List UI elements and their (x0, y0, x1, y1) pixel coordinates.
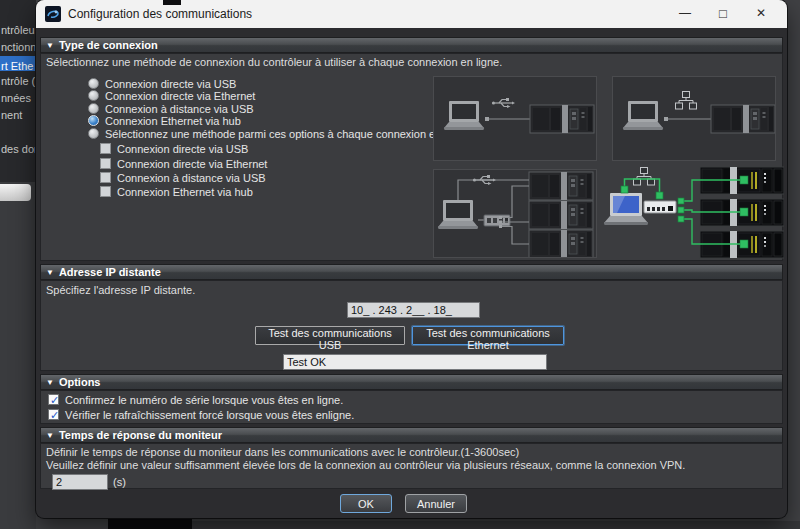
diagram-direct-usb (433, 76, 597, 161)
cancel-button[interactable]: Annuler (405, 494, 467, 513)
background-tab (163, 0, 181, 5)
plc-icon (530, 105, 594, 133)
minimize-icon: — (679, 6, 691, 20)
radio-label: Sélectionnez une méthode parmi ces optio… (105, 128, 471, 140)
background-scroll-handle (0, 184, 31, 201)
radio-icon (88, 115, 99, 126)
radio-icon (88, 103, 99, 114)
section-header-connection-type[interactable]: ▼Type de connexion (40, 37, 783, 53)
section-header-options[interactable]: ▼Options (40, 374, 783, 390)
checkbox-icon (100, 158, 111, 169)
collapse-arrow-icon: ▼ (46, 266, 54, 280)
monitor-response-input[interactable] (52, 474, 108, 490)
section-title: Type de connexion (59, 39, 158, 51)
radio-select-per-connection[interactable]: Sélectionnez une méthode parmi ces optio… (88, 127, 471, 140)
radio-direct-ethernet[interactable]: Connexion directe via Ethernet (88, 89, 255, 102)
plc-icon (529, 172, 593, 200)
radio-icon (88, 90, 99, 101)
switch-icon (644, 201, 676, 213)
section-title: Options (59, 376, 101, 388)
checkbox-label: Connexion directe via Ethernet (117, 158, 267, 170)
diagram-direct-ethernet (612, 76, 776, 161)
maximize-icon: □ (719, 6, 727, 21)
dialog-titlebar: Configuration des communications — □ ✕ (36, 0, 787, 28)
communications-setup-dialog: Configuration des communications — □ ✕ ▼… (36, 0, 787, 518)
checkbox-label: Confirmez le numéro de série lorsque vou… (65, 394, 343, 406)
radio-icon (88, 78, 99, 89)
diagram-ethernet-hub-active (600, 165, 784, 260)
close-button[interactable]: ✕ (743, 0, 779, 27)
checkbox-icon (100, 186, 111, 197)
test-result-field[interactable] (283, 354, 547, 370)
checkbox-direct-usb[interactable]: Connexion directe via USB (100, 142, 248, 155)
collapse-arrow-icon: ▼ (46, 376, 54, 390)
dialog-title: Configuration des communications (68, 7, 252, 21)
checkbox-direct-ethernet[interactable]: Connexion directe via Ethernet (100, 157, 267, 170)
app-icon (45, 6, 61, 22)
checkbox-ethernet-hub[interactable]: Connexion Ethernet via hub (100, 185, 253, 198)
background-app-panel: ntrôleu nctionn rt Ethe ntrôle ( nnées n… (0, 0, 36, 529)
hub-icon (484, 215, 510, 226)
test-ethernet-button[interactable]: Test des communications Ethernet (412, 326, 564, 345)
close-icon: ✕ (756, 6, 766, 20)
usb-icon (473, 175, 496, 185)
radio-label: Connexion à distance via USB (105, 103, 254, 115)
section-title: Temps de réponse du moniteur (59, 429, 222, 441)
connector-node (678, 207, 684, 213)
checkbox-icon (100, 172, 111, 183)
connector-node (678, 198, 684, 204)
checkbox-label: Connexion Ethernet via hub (117, 186, 253, 198)
checkbox-confirm-serial[interactable]: Confirmez le numéro de série lorsque vou… (48, 393, 343, 406)
monitor-response-line1: Définir le temps de réponse du moniteur … (46, 446, 519, 458)
connection-line (458, 180, 529, 200)
screen: ntrôleu nctionn rt Ethe ntrôle ( nnées n… (0, 0, 800, 529)
radio-icon (88, 128, 99, 139)
collapse-arrow-icon: ▼ (46, 429, 54, 443)
plc-icon (711, 105, 775, 133)
collapse-arrow-icon: ▼ (46, 39, 54, 53)
tree-item[interactable]: nctionn (1, 41, 36, 53)
test-usb-button[interactable]: Test des communications USB (255, 326, 405, 345)
checkbox-remote-usb[interactable]: Connexion à distance via USB (100, 171, 266, 184)
section-header-monitor-response[interactable]: ▼Temps de réponse du moniteur (40, 427, 783, 443)
diagram-remote-usb (433, 169, 597, 258)
network-icon (634, 168, 655, 186)
tree-item[interactable]: des dor (1, 143, 38, 155)
seconds-unit-label: (s) (113, 476, 126, 488)
tree-item[interactable]: nent (1, 109, 22, 121)
maximize-button[interactable]: □ (705, 0, 741, 27)
usb-icon (492, 98, 515, 108)
tree-item-selected[interactable]: rt Ethe (0, 56, 36, 71)
connector-node (678, 216, 684, 222)
ok-button[interactable]: OK (340, 494, 392, 513)
tree-item-label: rt Ethe (0, 60, 33, 72)
checkbox-label: Vérifier le rafraîchissement forcé lorsq… (65, 409, 354, 421)
checkbox-icon (100, 143, 111, 154)
tree-item[interactable]: ntrôle ( (1, 75, 35, 87)
radio-ethernet-hub[interactable]: Connexion Ethernet via hub (88, 114, 241, 127)
laptop-icon (444, 101, 484, 130)
ip-address-input[interactable] (347, 302, 480, 318)
minimize-button[interactable]: — (667, 0, 703, 27)
radio-label: Connexion directe via USB (105, 78, 236, 90)
checkbox-icon (48, 409, 59, 420)
remote-ip-instruction: Spécifiez l'adresse IP distante. (46, 284, 195, 296)
checkbox-forced-refresh[interactable]: Vérifier le rafraîchissement forcé lorsq… (48, 408, 354, 421)
checkbox-label: Connexion à distance via USB (117, 172, 266, 184)
background-bottom-band (192, 521, 800, 529)
monitor-response-line2: Veuillez définir une valeur suffisamment… (46, 459, 685, 471)
plc-icon (529, 201, 593, 229)
radio-label: Connexion directe via Ethernet (105, 90, 255, 102)
checkbox-label: Connexion directe via USB (117, 143, 248, 155)
connector-node (621, 186, 628, 193)
tree-item[interactable]: ntrôleu (1, 24, 35, 36)
tree-item[interactable]: nnées (1, 92, 31, 104)
laptop-icon (438, 200, 478, 229)
background-bottom-block (108, 518, 192, 529)
plc-icon (529, 230, 593, 257)
section-header-remote-ip[interactable]: ▼Adresse IP distante (40, 264, 783, 280)
section-title: Adresse IP distante (59, 266, 161, 278)
laptop-icon (623, 101, 663, 130)
network-icon (676, 92, 697, 110)
connector-node (656, 192, 663, 199)
